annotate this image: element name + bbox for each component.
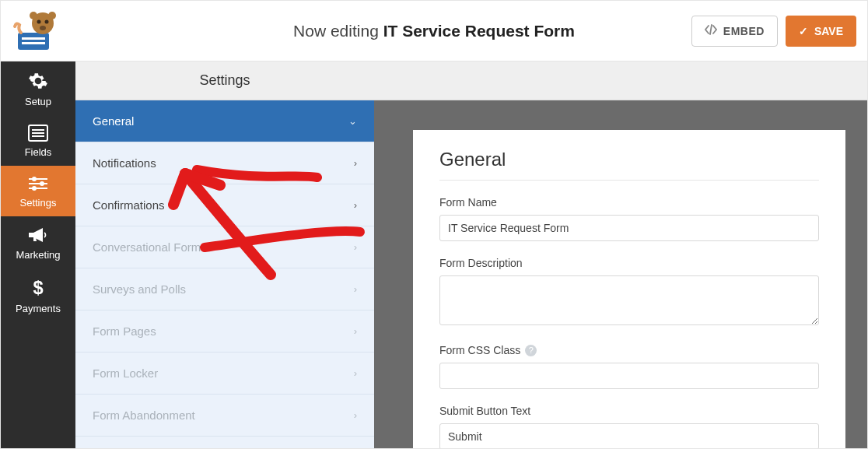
svg-point-5	[45, 19, 49, 23]
save-label: SAVE	[814, 25, 843, 37]
top-bar: Now editing IT Service Request Form EMBE…	[1, 1, 867, 61]
form-css-class-field: Form CSS Class ?	[439, 344, 819, 389]
general-settings-panel: General Form Name Form Description Form …	[413, 130, 845, 449]
check-icon	[799, 25, 808, 37]
form-name-field: Form Name	[439, 196, 819, 241]
chevron-right-icon: ›	[354, 157, 357, 169]
title-prefix: Now editing	[293, 22, 383, 40]
svg-point-4	[37, 19, 41, 23]
settings-menu-item-label: Surveys and Polls	[93, 282, 186, 296]
settings-menu-item-form-locker[interactable]: Form Locker›	[75, 353, 374, 395]
settings-menu-item-conversational-forms[interactable]: Conversational Forms›	[75, 226, 374, 268]
settings-menu-item-label: Notifications	[93, 156, 156, 170]
settings-menu-column: Settings General⌄Notifications›Confirmat…	[75, 61, 374, 449]
form-css-class-input[interactable]	[439, 363, 819, 389]
svg-rect-1	[22, 37, 45, 40]
list-icon	[28, 125, 48, 142]
settings-menu-item-form-abandonment[interactable]: Form Abandonment›	[75, 395, 374, 437]
svg-point-14	[32, 177, 37, 181]
help-icon[interactable]: ?	[525, 345, 537, 356]
settings-menu-item-general[interactable]: General⌄	[75, 100, 374, 142]
dollar-icon: $	[30, 278, 46, 298]
svg-point-6	[40, 26, 46, 30]
chevron-right-icon: ›	[354, 241, 357, 253]
sidebar-item-label: Payments	[16, 303, 61, 314]
svg-rect-0	[18, 33, 49, 50]
sliders-icon	[27, 175, 49, 192]
chevron-right-icon: ›	[354, 325, 357, 337]
svg-rect-10	[32, 129, 44, 131]
submit-button-text-input[interactable]	[439, 423, 819, 449]
form-description-field: Form Description	[439, 257, 819, 328]
save-button[interactable]: SAVE	[786, 16, 856, 47]
chevron-right-icon: ›	[354, 367, 357, 379]
svg-point-8	[48, 12, 56, 19]
topbar-actions: EMBED SAVE	[691, 16, 856, 47]
sidebar-item-settings[interactable]: Settings	[1, 166, 75, 216]
settings-menu-item-form-pages[interactable]: Form Pages›	[75, 310, 374, 353]
sidebar-item-label: Fields	[25, 146, 52, 158]
form-description-input[interactable]	[439, 275, 819, 325]
wpforms-logo-icon	[12, 11, 60, 51]
settings-menu-item-label: Conversational Forms	[93, 240, 207, 254]
submit-button-text-label: Submit Button Text	[439, 405, 819, 417]
sidebar-item-marketing[interactable]: Marketing	[1, 216, 75, 268]
form-description-label: Form Description	[439, 257, 819, 269]
settings-menu-item-surveys-and-polls[interactable]: Surveys and Polls›	[75, 268, 374, 310]
svg-rect-12	[32, 135, 44, 137]
form-name-label: Form Name	[439, 196, 819, 209]
code-icon	[705, 24, 717, 37]
preview-column: General Form Name Form Description Form …	[374, 61, 867, 449]
settings-menu-item-label: General	[93, 114, 134, 128]
sidebar-item-setup[interactable]: Setup	[1, 61, 75, 115]
embed-label: EMBED	[723, 25, 765, 37]
settings-column-header: Settings	[75, 61, 374, 100]
bullhorn-icon	[27, 226, 49, 244]
title-form-name: IT Service Request Form	[383, 22, 575, 40]
settings-menu-item-label: Form Pages	[93, 324, 156, 338]
preview-header-strip	[374, 61, 867, 100]
panel-heading: General	[439, 149, 819, 181]
left-sidebar: Setup Fields Settings Marketing $ Paymen…	[1, 61, 75, 449]
settings-menu-item-confirmations[interactable]: Confirmations›	[75, 184, 374, 226]
svg-rect-11	[32, 132, 44, 134]
brand-logo	[9, 8, 63, 54]
settings-menu-item-notifications[interactable]: Notifications›	[75, 142, 374, 184]
svg-point-7	[30, 12, 37, 19]
sidebar-item-payments[interactable]: $ Payments	[1, 268, 75, 322]
settings-menu-item-label: Confirmations	[93, 198, 165, 212]
settings-menu-item-label: Form Locker	[93, 367, 158, 380]
sidebar-item-label: Setup	[25, 96, 51, 107]
svg-text:$: $	[33, 278, 43, 298]
sidebar-item-label: Marketing	[16, 249, 60, 261]
main-area: Setup Fields Settings Marketing $ Paymen…	[1, 61, 867, 449]
settings-menu-item-label: Form Abandonment	[93, 409, 195, 422]
chevron-right-icon: ›	[354, 409, 357, 421]
submit-button-text-field: Submit Button Text	[439, 405, 819, 449]
sidebar-item-label: Settings	[20, 197, 57, 209]
form-css-class-label: Form CSS Class	[439, 344, 520, 356]
chevron-down-icon: ⌄	[348, 115, 357, 127]
svg-point-16	[40, 181, 44, 186]
sidebar-item-fields[interactable]: Fields	[1, 115, 75, 166]
gear-icon	[28, 71, 48, 91]
chevron-right-icon: ›	[354, 283, 357, 295]
svg-point-18	[32, 186, 37, 191]
chevron-right-icon: ›	[354, 199, 357, 211]
embed-button[interactable]: EMBED	[691, 16, 778, 47]
form-name-input[interactable]	[439, 215, 819, 241]
svg-rect-2	[22, 42, 45, 44]
